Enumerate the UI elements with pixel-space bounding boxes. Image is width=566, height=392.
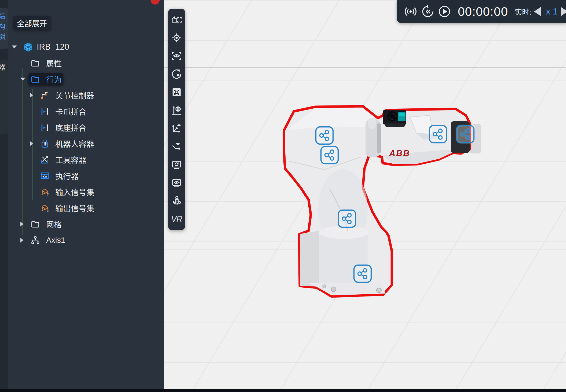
screen-hide-button[interactable] <box>169 175 184 190</box>
tree-item-label: Axis1 <box>46 236 65 245</box>
caret-icon[interactable] <box>12 46 17 49</box>
first-person-icon <box>171 195 182 207</box>
show-path-button[interactable] <box>169 139 184 154</box>
tree-item-icon <box>31 75 40 84</box>
world-axis-icon <box>171 104 182 116</box>
playback-bar: 00:00:00 实时: x 1 <box>397 0 566 23</box>
tree-item-icon <box>40 107 49 116</box>
show-axes-icon <box>171 123 182 134</box>
tree-item[interactable]: 输出信号集 <box>0 200 164 216</box>
tree-item-icon <box>31 58 40 68</box>
tree-item[interactable]: 机器人容器 <box>0 135 164 152</box>
sidebar-tab-label: 结构树 <box>0 8 6 44</box>
tree-item[interactable]: 执行器 <box>0 168 164 184</box>
show-path-icon <box>171 141 182 152</box>
show-axes-button[interactable] <box>169 121 184 136</box>
first-person-button[interactable] <box>169 193 184 208</box>
tree-item-icon <box>40 123 49 132</box>
speed-decrease-button[interactable] <box>534 7 541 16</box>
tree-item[interactable]: 工具容器 <box>0 152 164 168</box>
tree-item[interactable]: 输入信号集 <box>0 184 164 200</box>
vr-mode-button[interactable]: VR <box>169 212 184 227</box>
attach-point-badge[interactable] <box>353 264 372 283</box>
sidebar-panel: 结构树 场景资源管理器 全部展开 IRB_120 属性 行为 关节控制器 卡爪拼… <box>0 0 164 389</box>
realtime-label: 实时: <box>515 6 531 17</box>
rewind-icon <box>421 5 434 18</box>
speed-value[interactable]: x 1 <box>546 6 558 17</box>
play-button[interactable] <box>438 5 451 18</box>
caret-icon[interactable] <box>30 93 33 98</box>
tree-item-icon <box>40 139 49 148</box>
tree-item[interactable]: IRB_120 <box>0 39 164 55</box>
broadcast-button[interactable] <box>404 5 417 18</box>
world-axis-button[interactable] <box>169 103 184 118</box>
play-icon <box>438 5 451 18</box>
bottom-bar <box>0 389 566 392</box>
tree-item[interactable]: 网格 <box>0 216 164 232</box>
tree-item[interactable]: 行为 <box>0 71 164 87</box>
structure-tree: IRB_120 属性 行为 关节控制器 卡爪拼合 底座拼合 机器人容器 工具容器… <box>0 39 164 248</box>
broadcast-icon <box>404 5 417 18</box>
screen-hide-icon <box>171 177 182 189</box>
caret-icon[interactable] <box>30 141 33 146</box>
tree-item-icon <box>31 236 40 245</box>
attach-point-badge[interactable] <box>320 145 339 165</box>
playback-time: 00:00:00 <box>458 4 508 19</box>
tree-item-icon <box>40 155 49 164</box>
tree-item-label: 属性 <box>46 57 62 69</box>
tree-item-label: 关节控制器 <box>55 90 94 101</box>
screen-refresh-button[interactable] <box>169 157 184 172</box>
badge-layer <box>164 0 566 389</box>
fit-selection-button[interactable] <box>169 85 184 100</box>
reset-rotation-button[interactable] <box>169 67 184 82</box>
tree-item-label: 执行器 <box>55 170 79 181</box>
tree-item-icon <box>40 91 49 100</box>
viewport-toolbar: VR <box>168 9 185 230</box>
reset-rotation-icon <box>171 68 182 80</box>
tree-item[interactable]: 底座拼合 <box>0 119 164 135</box>
tree-item-label: 机器人容器 <box>55 138 94 149</box>
vr-mode-label: VR <box>171 214 182 224</box>
tree-item-label: 输入信号集 <box>55 186 94 197</box>
tree-item-icon <box>31 219 40 229</box>
tree-item-label: 底座拼合 <box>55 122 86 133</box>
screen-refresh-icon <box>171 159 182 171</box>
attach-point-badge[interactable] <box>315 126 334 145</box>
tree-item-label: 输出信号集 <box>55 202 94 214</box>
app-window: ABB 00:00:00 实时: x 1 <box>0 0 566 392</box>
speed-increase-button[interactable] <box>561 7 566 16</box>
tree-item[interactable]: 关节控制器 <box>0 87 164 103</box>
fit-selection-icon <box>171 86 182 98</box>
tree-item[interactable]: Axis1 <box>0 232 164 248</box>
view-restore-icon <box>171 50 182 62</box>
caret-icon[interactable] <box>20 238 23 243</box>
tree-item-icon <box>40 187 49 196</box>
tree-item[interactable]: 卡爪拼合 <box>0 103 164 119</box>
focus-target-button[interactable] <box>169 30 184 45</box>
tree-item-icon <box>23 42 33 52</box>
attach-point-badge[interactable] <box>428 124 448 144</box>
tree-item-label: 卡爪拼合 <box>55 106 86 117</box>
tree-item-label: 行为 <box>46 74 62 85</box>
tree-item-label: IRB_120 <box>37 42 69 52</box>
attach-point-badge[interactable] <box>337 209 357 228</box>
rewind-button[interactable] <box>421 5 434 18</box>
tree-item-label: 工具容器 <box>55 154 86 165</box>
expand-all-button[interactable]: 全部展开 <box>13 16 51 30</box>
caret-icon[interactable] <box>20 222 23 226</box>
tree-item-icon <box>40 171 49 180</box>
focus-target-icon <box>171 32 182 44</box>
viewport-3d[interactable]: ABB <box>164 0 566 389</box>
caret-icon[interactable] <box>20 78 25 81</box>
notification-dot <box>151 0 160 5</box>
view-restore-button[interactable] <box>169 48 184 63</box>
tree-item-icon <box>40 203 49 213</box>
frame-capture-icon <box>171 14 182 25</box>
attach-point-badge[interactable] <box>456 124 475 144</box>
tree-item-label: 网格 <box>46 218 62 230</box>
frame-capture-button[interactable] <box>169 12 184 27</box>
tree-item[interactable]: 属性 <box>0 55 164 71</box>
